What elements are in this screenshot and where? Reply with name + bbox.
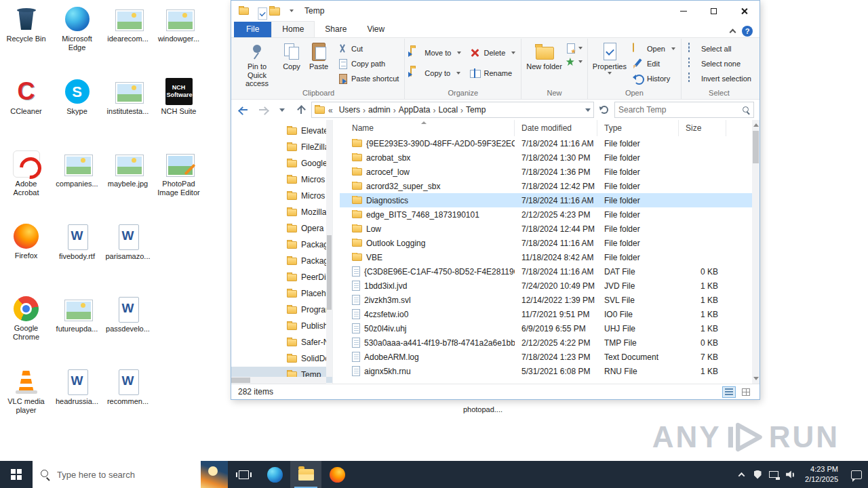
address-box[interactable]: UsersadminAppDataLocalTemp bbox=[311, 102, 594, 118]
paste-button[interactable]: Paste bbox=[305, 40, 332, 71]
taskbar-explorer-button[interactable] bbox=[290, 461, 321, 488]
file-row[interactable]: VBE11/18/2024 8:42 AMFile folder bbox=[340, 250, 752, 264]
desktop-icon-maybele-jpg[interactable]: maybele.jpg bbox=[102, 146, 153, 219]
back-button[interactable] bbox=[235, 102, 252, 118]
move-to-button[interactable]: Move to bbox=[408, 45, 463, 60]
file-row[interactable]: AdobeARM.log7/18/2024 1:23 PMText Docume… bbox=[340, 350, 752, 364]
nav-item-elevate[interactable]: Elevate bbox=[231, 123, 332, 139]
copy-button[interactable]: Copy bbox=[278, 40, 305, 71]
taskbar-edge-button[interactable] bbox=[259, 461, 290, 488]
customize-quick-access-icon[interactable] bbox=[283, 4, 297, 18]
search-input[interactable] bbox=[618, 105, 743, 115]
tab-home[interactable]: Home bbox=[271, 21, 315, 37]
breadcrumb-item-temp[interactable]: Temp bbox=[463, 105, 488, 115]
desktop-icon-companies[interactable]: companies... bbox=[52, 146, 102, 219]
desktop-icon-headrussia[interactable]: headrussia... bbox=[52, 364, 102, 436]
network-tray-button[interactable] bbox=[766, 461, 782, 488]
start-button[interactable] bbox=[0, 461, 33, 488]
search-highlight-image[interactable] bbox=[201, 461, 228, 488]
breadcrumb-item-admin[interactable]: admin bbox=[366, 105, 393, 115]
desktop-icon-photopad-label[interactable]: photopad.... bbox=[458, 405, 507, 413]
open-button[interactable]: Open bbox=[631, 41, 677, 56]
properties-button[interactable]: Properties bbox=[591, 40, 628, 75]
large-icons-view-button[interactable] bbox=[739, 386, 753, 398]
nav-item-safer-n[interactable]: Safer-N bbox=[231, 334, 332, 350]
file-row[interactable]: acrocef_low7/18/2024 1:36 PMFile folder bbox=[340, 165, 752, 179]
desktop-icon-firefox[interactable]: Firefox bbox=[1, 219, 52, 291]
volume-tray-button[interactable] bbox=[782, 461, 798, 488]
desktop-icon-vlc-media-player[interactable]: VLC media player bbox=[1, 364, 52, 436]
tab-file[interactable]: File bbox=[234, 22, 271, 37]
file-row[interactable]: {9EE293E3-390D-48FF-A2D0-59F3E2EC88...7/… bbox=[340, 136, 752, 150]
file-row[interactable]: 4czsfetw.io011/7/2021 9:51 PMIO0 File1 K… bbox=[340, 307, 752, 321]
taskbar-firefox-button[interactable] bbox=[321, 461, 353, 488]
nav-item-packag[interactable]: Packag bbox=[231, 237, 332, 253]
tab-view[interactable]: View bbox=[357, 22, 395, 37]
file-row[interactable]: acrord32_super_sbx7/18/2024 12:42 PMFile… bbox=[340, 179, 752, 193]
file-row[interactable]: aignx5kh.rnu5/31/2021 6:08 PMRNU File1 K… bbox=[340, 364, 752, 378]
new-folder-button[interactable]: New folder bbox=[525, 40, 564, 71]
edit-button[interactable]: Edit bbox=[631, 56, 677, 71]
nav-item-micros[interactable]: Micros bbox=[231, 171, 332, 188]
desktop-icon-futureupda[interactable]: futureupda... bbox=[52, 291, 102, 364]
nav-item-packag[interactable]: Packag bbox=[231, 253, 332, 269]
file-row[interactable]: {C3D8E96E-C1AF-4750-8D52-F4E28119C1...7/… bbox=[340, 264, 752, 279]
security-tray-button[interactable] bbox=[749, 461, 766, 488]
hidden-icons-button[interactable] bbox=[733, 461, 749, 488]
details-view-button[interactable] bbox=[722, 386, 736, 398]
desktop-icon-windowger[interactable]: windowger... bbox=[153, 1, 204, 74]
desktop-icon-fivebody-rtf[interactable]: fivebody.rtf bbox=[52, 219, 102, 291]
paste-shortcut-button[interactable]: Paste shortcut bbox=[335, 71, 401, 86]
breadcrumb-item-users[interactable]: Users bbox=[336, 105, 363, 115]
file-vertical-scrollbar[interactable] bbox=[752, 120, 760, 384]
file-row[interactable]: acrobat_sbx7/18/2024 1:30 PMFile folder bbox=[340, 150, 752, 165]
easy-access-button[interactable] bbox=[564, 55, 584, 68]
pin-to-quick-access-button[interactable]: Pin to Quick access bbox=[236, 40, 278, 88]
nav-item-publish[interactable]: Publish bbox=[231, 318, 332, 334]
breadcrumb-item-appdata[interactable]: AppData bbox=[396, 105, 433, 115]
file-row[interactable]: Outlook Logging7/18/2024 11:16 AMFile fo… bbox=[340, 236, 752, 250]
file-row[interactable]: 1bdd3ixl.jvd7/24/2020 10:49 PMJVD File1 … bbox=[340, 279, 752, 293]
copy-to-button[interactable]: Copy to bbox=[408, 66, 463, 81]
file-row[interactable]: Diagnostics7/18/2024 11:16 AMFile folder bbox=[340, 193, 752, 207]
new-item-button[interactable] bbox=[564, 41, 584, 55]
invert-selection-button[interactable]: Invert selection bbox=[685, 71, 753, 86]
minimize-ribbon-icon[interactable] bbox=[730, 25, 735, 37]
desktop-icon-skype[interactable]: Skype bbox=[52, 74, 102, 146]
cut-button[interactable]: Cut bbox=[335, 41, 401, 56]
nav-item-micros[interactable]: Micros bbox=[231, 188, 332, 204]
file-row[interactable]: edge_BITS_7468_18731901012/12/2025 4:23 … bbox=[340, 207, 752, 222]
scroll-up-icon[interactable] bbox=[753, 123, 759, 127]
nav-item-placeho[interactable]: Placeho bbox=[231, 285, 332, 302]
desktop-icon-institutesta[interactable]: institutesta... bbox=[102, 74, 153, 146]
desktop-icon-adobe-acrobat[interactable]: Adobe Acrobat bbox=[1, 146, 52, 219]
nav-item-soliddo[interactable]: SolidDo bbox=[231, 350, 332, 367]
action-center-button[interactable] bbox=[845, 470, 868, 479]
nav-item-google[interactable]: Google bbox=[231, 155, 332, 171]
desktop-icon-nch-suite[interactable]: NCH SoftwareNCH Suite bbox=[153, 74, 204, 146]
nav-vertical-scrollbar[interactable] bbox=[326, 120, 332, 377]
desktop-icon-microsoft-edge[interactable]: Microsoft Edge bbox=[52, 1, 102, 74]
rename-button[interactable]: Rename bbox=[467, 66, 517, 81]
up-button[interactable] bbox=[292, 102, 309, 118]
maximize-button[interactable] bbox=[698, 1, 729, 21]
scrollbar-thumb[interactable] bbox=[753, 131, 759, 163]
file-row[interactable]: Low7/18/2024 12:44 PMFile folder bbox=[340, 222, 752, 236]
address-dropdown-icon[interactable] bbox=[585, 108, 591, 112]
file-row[interactable]: 2ivzkh3m.svl12/14/2022 1:39 PMSVL File1 … bbox=[340, 293, 752, 307]
nav-item-peerdis[interactable]: PeerDis bbox=[231, 269, 332, 285]
desktop-icon-parisamazo[interactable]: parisamazo... bbox=[102, 219, 153, 291]
column-header-type[interactable]: Type bbox=[597, 120, 679, 136]
recent-locations-button[interactable] bbox=[273, 102, 290, 118]
search-icon[interactable] bbox=[743, 106, 750, 114]
desktop-icon-recycle-bin[interactable]: Recycle Bin bbox=[1, 1, 52, 74]
help-icon[interactable] bbox=[742, 26, 753, 37]
nav-item-opera[interactable]: Opera bbox=[231, 220, 332, 237]
nav-item-filezilla[interactable]: FileZilla bbox=[231, 139, 332, 155]
column-header-date-modified[interactable]: Date modified bbox=[515, 120, 597, 136]
copy-path-button[interactable]: Copy path bbox=[335, 56, 401, 71]
select-none-button[interactable]: Select none bbox=[685, 56, 753, 71]
file-row[interactable]: 50z0l4iv.uhj6/9/2019 6:55 PMUHJ File1 KB bbox=[340, 321, 752, 336]
task-view-button[interactable] bbox=[228, 461, 259, 488]
breadcrumb-overflow-icon[interactable] bbox=[327, 104, 334, 116]
